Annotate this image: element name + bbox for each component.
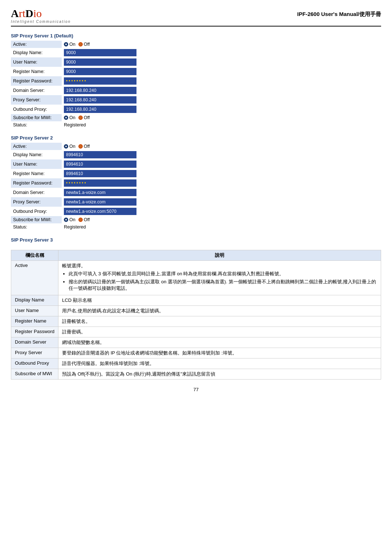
sip2-password-label: Register Password:: [11, 178, 62, 188]
sip1-active-off[interactable]: Off: [78, 42, 90, 47]
sip1-password-value[interactable]: [62, 76, 149, 86]
sip2-domainserver-row: Domain Server:: [11, 188, 149, 197]
sip1-off-radio[interactable]: [78, 42, 83, 46]
sip1-password-row: Register Password:: [11, 76, 149, 86]
sd-header-row: 欄位名稱 說明: [11, 250, 381, 261]
sip1-subscribe-value: On Off: [62, 114, 149, 121]
logo-text: ArtDio: [11, 7, 71, 20]
sip2-subscribe-row: Subscribe for MWI: On Off: [11, 216, 149, 223]
sip1-subscribe-on-radio[interactable]: [64, 116, 68, 120]
sd-field-registerpassword: Register Password: [11, 327, 58, 337]
sip1-off-label: Off: [84, 42, 90, 47]
sip1-active-on[interactable]: On: [64, 42, 75, 47]
sip2-proxyserver-input[interactable]: [64, 198, 136, 206]
sip1-subscribe-on[interactable]: On: [64, 115, 75, 120]
logo-A: A: [11, 7, 19, 19]
sip2-password-input[interactable]: [64, 179, 136, 187]
sip2-active-on[interactable]: On: [64, 144, 75, 149]
logo-subtitle: Intelligent Communication: [11, 20, 71, 24]
sip1-table: Active: On Off Display Name:: [11, 41, 149, 129]
sip1-outboundproxy-value[interactable]: [62, 105, 149, 114]
sip2-outboundproxy-input[interactable]: [64, 208, 136, 215]
sip1-password-label: Register Password:: [11, 76, 62, 86]
sip2-registername-input[interactable]: [64, 170, 136, 177]
sd-row-active: Active 帳號選擇。 此頁中可填入 3 個不同帳號,並且同時註冊上,當選擇 …: [11, 261, 381, 295]
sip1-displayname-label: Display Name:: [11, 48, 62, 57]
sip1-outboundproxy-input[interactable]: [64, 106, 136, 113]
logo: ArtDio Intelligent Communication: [11, 7, 71, 24]
sip2-off-label: Off: [84, 144, 90, 149]
sip1-proxyserver-input[interactable]: [64, 96, 136, 104]
logo-D: D: [25, 7, 33, 19]
sip1-subscribe-on-label: On: [69, 115, 75, 120]
sip1-subscribe-off-radio[interactable]: [78, 116, 83, 120]
sip2-subscribe-off-radio[interactable]: [78, 218, 83, 222]
sip2-active-label: Active:: [11, 143, 62, 150]
sip1-proxyserver-value[interactable]: [62, 95, 149, 105]
sip2-domainserver-input[interactable]: [64, 189, 136, 196]
sip2-registername-row: Register Name:: [11, 169, 149, 178]
sd-active-bullet-1: 此頁中可填入 3 個不同帳號,並且同時註冊上,當選擇 on 時為使用當前欄,再在…: [69, 271, 377, 277]
sip2-username-value[interactable]: [62, 159, 149, 169]
sd-field-domainserver: Domain Server: [11, 337, 58, 348]
sip2-displayname-input[interactable]: [64, 151, 136, 158]
sip2-on-radio[interactable]: [64, 144, 68, 149]
sd-active-bullets: 此頁中可填入 3 個不同帳號,並且同時註冊上,當選擇 on 時為使用當前欄,再在…: [62, 271, 377, 292]
sip2-outboundproxy-value[interactable]: [62, 207, 149, 216]
sip1-username-input[interactable]: [64, 58, 136, 66]
sip1-displayname-input[interactable]: [64, 49, 136, 56]
sip2-active-row: Active: On Off: [11, 143, 149, 150]
sip1-registername-label: Register Name:: [11, 67, 62, 76]
sd-desc-registername: 註冊帳號名。: [58, 316, 381, 327]
sip1-registername-input[interactable]: [64, 68, 136, 75]
sip1-password-input[interactable]: [64, 77, 136, 85]
sd-row-subscribe: Subscribe of MWI 預設為 Off(不執行)。當設定為 On (執…: [11, 369, 381, 380]
sip2-title: SIP Proxy Server 2: [11, 135, 149, 141]
sip1-outboundproxy-row: Outbound Proxy:: [11, 105, 149, 114]
sip2-subscribe-on-label: On: [69, 217, 75, 222]
sip2-off-radio[interactable]: [78, 144, 83, 149]
sip1-domainserver-value[interactable]: [62, 86, 149, 95]
sip2-active-value: On Off: [62, 143, 149, 150]
sip2-subscribe-off[interactable]: Off: [78, 217, 90, 222]
sip1-domainserver-input[interactable]: [64, 87, 136, 94]
sip2-proxyserver-row: Proxy Server:: [11, 197, 149, 207]
sd-active-intro: 帳號選擇。: [62, 263, 377, 269]
sip2-displayname-value[interactable]: [62, 150, 149, 159]
sip1-subscribe-label: Subscribe for MWI:: [11, 114, 62, 121]
service-domain-table: 欄位名稱 說明 Active 帳號選擇。 此頁中可填入 3 個不同帳號,並且同時…: [11, 250, 381, 380]
sip2-domainserver-value[interactable]: [62, 188, 149, 197]
sip2-outboundproxy-label: Outbound Proxy:: [11, 207, 62, 216]
sip2-domainserver-label: Domain Server:: [11, 188, 62, 197]
sd-row-domainserver: Domain Server 網域功能變數名稱。: [11, 337, 381, 348]
sip1-displayname-value[interactable]: [62, 48, 149, 57]
sip2-username-input[interactable]: [64, 161, 136, 168]
sip2-subscribe-value: On Off: [62, 216, 149, 223]
sip1-displayname-row: Display Name:: [11, 48, 149, 57]
sip1-domainserver-row: Domain Server:: [11, 86, 149, 95]
sd-row-username: User Name 用戶名,使用的號碼,在此設定本話機之電話號碼。: [11, 306, 381, 316]
sip2-username-label: User Name:: [11, 159, 62, 169]
sip2-displayname-label: Display Name:: [11, 150, 62, 159]
sip1-active-row: Active: On Off: [11, 41, 149, 48]
sip1-on-radio[interactable]: [64, 42, 68, 46]
sip2-table: Active: On Off Display Name:: [11, 143, 149, 231]
sip2-status-label: Status:: [11, 223, 62, 231]
sip2-registername-value[interactable]: [62, 169, 149, 178]
sip1-username-label: User Name:: [11, 57, 62, 67]
sd-row-outbound: Outbound Proxy 語音代理伺服器。如果特殊埠號則加 :埠號。: [11, 358, 381, 369]
sip2-active-off[interactable]: Off: [78, 144, 90, 149]
sip2-proxyserver-value[interactable]: [62, 197, 149, 207]
sip2-subscribe-on[interactable]: On: [64, 217, 75, 222]
sip-proxy-server-1: SIP Proxy Server 1 (Default) Active: On …: [11, 33, 149, 129]
sip2-subscribe-on-radio[interactable]: [64, 218, 68, 222]
sip1-registername-value[interactable]: [62, 67, 149, 76]
sip1-subscribe-off[interactable]: Off: [78, 115, 90, 120]
sip2-password-value[interactable]: [62, 178, 149, 188]
sip1-username-value[interactable]: [62, 57, 149, 67]
sd-desc-outbound: 語音代理伺服器。如果特殊埠號則加 :埠號。: [58, 358, 381, 369]
sip1-domainserver-label: Domain Server:: [11, 86, 62, 95]
sd-field-proxyserver: Proxy Server: [11, 348, 58, 358]
sip2-subscribe-off-label: Off: [84, 217, 90, 222]
page-header: ArtDio Intelligent Communication IPF-260…: [11, 7, 381, 27]
